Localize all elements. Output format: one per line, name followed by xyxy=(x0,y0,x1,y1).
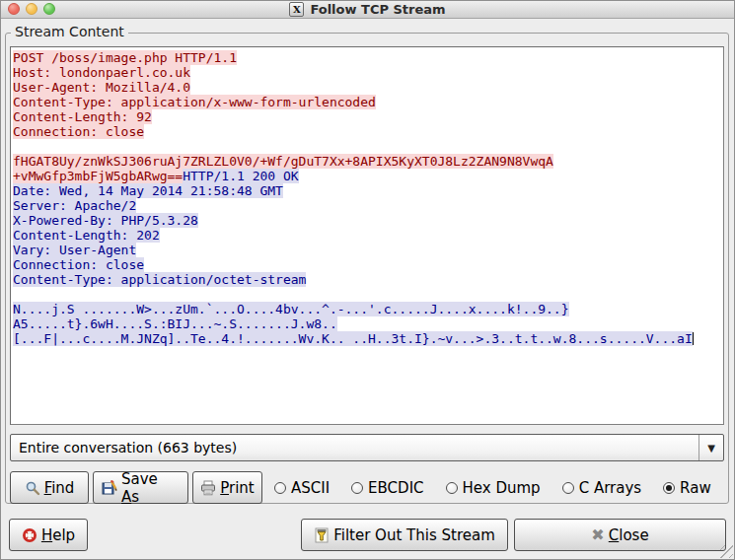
stream-line xyxy=(13,139,721,154)
conversation-select[interactable]: Entire conversation (663 bytes) ▼ xyxy=(10,434,724,461)
save-as-button-label: Save As xyxy=(121,470,180,506)
x11-app-icon: X xyxy=(289,2,304,17)
conversation-select-value: Entire conversation (663 bytes) xyxy=(11,440,698,455)
client-data: Content-Length: 92 xyxy=(13,109,152,124)
stream-line: Content-Type: application/octet-stream xyxy=(13,272,721,287)
server-data: Connection: close xyxy=(13,257,144,272)
help-button[interactable]: Help xyxy=(9,519,88,551)
close-x-icon: ✖ xyxy=(591,527,604,543)
radio-ascii[interactable]: ASCII xyxy=(274,479,330,497)
server-data: Date: Wed, 14 May 2014 21:58:48 GMT xyxy=(13,183,283,198)
radio-ebcdic[interactable]: EBCDIC xyxy=(351,479,423,497)
stream-line xyxy=(13,287,721,302)
stream-line: Content-Length: 202 xyxy=(13,228,721,243)
close-button[interactable]: ✖ Close xyxy=(514,519,726,551)
stream-line: N....j.S .......W>...zUm.`...O....4bv...… xyxy=(13,302,721,316)
radio-hex-dump[interactable]: Hex Dump xyxy=(446,479,541,497)
save-as-button[interactable]: Save As xyxy=(93,471,188,504)
text-cursor xyxy=(693,332,694,345)
radio-group: ASCIIEBCDICHex DumpC ArraysRaw xyxy=(274,479,711,497)
server-data: X-Powered-By: PHP/5.3.28 xyxy=(13,213,198,228)
stream-line: Server: Apache/2 xyxy=(13,198,721,213)
radio-circle xyxy=(663,482,675,494)
magnifier-icon xyxy=(25,480,40,496)
server-data: N....j.S .......W>...zUm.`...O....4bv...… xyxy=(13,302,569,316)
radio-label: Raw xyxy=(680,479,711,497)
stream-line: X-Powered-By: PHP/5.3.28 xyxy=(13,213,721,228)
stream-line: A5.....t}.6wH....S.:BIJ...~.S.......J.w8… xyxy=(13,316,721,331)
radio-circle xyxy=(446,482,458,494)
title-bar: X Follow TCP Stream xyxy=(1,1,734,19)
stream-line: Date: Wed, 14 May 2014 21:58:48 GMT xyxy=(13,183,721,198)
server-data: Content-Length: 202 xyxy=(13,228,160,243)
radio-c-arrays[interactable]: C Arrays xyxy=(562,479,641,497)
radio-raw[interactable]: Raw xyxy=(663,479,711,497)
close-window-button[interactable] xyxy=(8,3,20,15)
stream-line: Vary: User-Agent xyxy=(13,243,721,257)
client-data: POST /boss/image.php HTTP/1.1 xyxy=(13,50,237,65)
server-data: [...F|...c....M.JNZq]..Te..4.!.......Wv.… xyxy=(13,331,693,346)
save-as-icon xyxy=(102,480,117,496)
radio-label: Hex Dump xyxy=(463,479,541,497)
radio-circle xyxy=(351,482,363,494)
radio-label: EBCDIC xyxy=(368,479,423,497)
client-data: fHGAT8Uy/znWkSJ306ruAj7ZRLZL0V0/+Wf/gDuT… xyxy=(13,154,553,169)
window-controls xyxy=(8,3,55,15)
stream-line: Connection: close xyxy=(13,257,721,272)
close-button-label: Close xyxy=(609,526,649,544)
server-data: A5.....t}.6wH....S.:BIJ...~.S.......J.w8… xyxy=(13,316,337,331)
server-data: Server: Apache/2 xyxy=(13,198,136,213)
help-lifebuoy-icon xyxy=(22,527,37,543)
dropdown-arrow-icon[interactable]: ▼ xyxy=(698,435,723,460)
filter-funnel-icon xyxy=(314,527,330,543)
radio-circle xyxy=(274,482,286,494)
print-button-label: Print xyxy=(220,479,255,497)
zoom-window-button[interactable] xyxy=(43,3,55,15)
stream-line: [...F|...c....M.JNZq]..Te..4.!.......Wv.… xyxy=(13,331,721,346)
server-data: HTTP/1.1 200 OK xyxy=(183,169,298,183)
filter-out-stream-button[interactable]: Filter Out This Stream xyxy=(301,519,508,551)
stream-line: +vMwGfp3mbFjW5gbARwg==HTTP/1.1 200 OK xyxy=(13,169,721,183)
stream-line: fHGAT8Uy/znWkSJ306ruAj7ZRLZL0V0/+Wf/gDuT… xyxy=(13,154,721,169)
find-button-label: Find xyxy=(44,479,75,497)
radio-label: C Arrays xyxy=(579,479,641,497)
stream-text[interactable]: POST /boss/image.php HTTP/1.1Host: londo… xyxy=(10,46,724,425)
stream-line: POST /boss/image.php HTTP/1.1 xyxy=(13,50,721,65)
dialog-footer: Help Filter Out This Stream ✖ Close xyxy=(9,519,726,551)
filter-button-label: Filter Out This Stream xyxy=(333,526,495,544)
minimize-window-button[interactable] xyxy=(26,3,37,15)
server-data: Content-Type: application/octet-stream xyxy=(13,272,306,287)
help-button-label: Help xyxy=(41,526,75,544)
stream-line: User-Agent: Mozilla/4.0 xyxy=(13,80,721,95)
server-data: Vary: User-Agent xyxy=(13,243,136,257)
client-data: User-Agent: Mozilla/4.0 xyxy=(13,80,190,95)
stream-line: Content-Length: 92 xyxy=(13,109,721,124)
print-button[interactable]: Print xyxy=(192,471,262,504)
title-wrap: X Follow TCP Stream xyxy=(289,2,445,17)
client-data: Content-Type: application/x-www-form-url… xyxy=(13,95,376,109)
client-data: Connection: close xyxy=(13,124,144,139)
client-data: +vMwGfp3mbFjW5gbARwg== xyxy=(13,169,183,183)
window-title: Follow TCP Stream xyxy=(310,2,445,17)
stream-content-frame: Stream Content POST /boss/image.php HTTP… xyxy=(5,33,729,504)
stream-toolbar: Find Save As xyxy=(10,471,724,504)
frame-label: Stream Content xyxy=(11,24,128,39)
stream-line: Content-Type: application/x-www-form-url… xyxy=(13,95,721,109)
radio-label: ASCII xyxy=(291,479,330,497)
radio-circle xyxy=(562,482,574,494)
resize-grip[interactable] xyxy=(720,545,733,558)
printer-icon xyxy=(200,480,216,496)
client-data: Host: londonpaerl.co.uk xyxy=(13,65,190,80)
find-button[interactable]: Find xyxy=(10,471,89,504)
follow-tcp-stream-dialog: X Follow TCP Stream Stream Content POST … xyxy=(0,0,735,560)
stream-line: Host: londonpaerl.co.uk xyxy=(13,65,721,80)
stream-line: Connection: close xyxy=(13,124,721,139)
